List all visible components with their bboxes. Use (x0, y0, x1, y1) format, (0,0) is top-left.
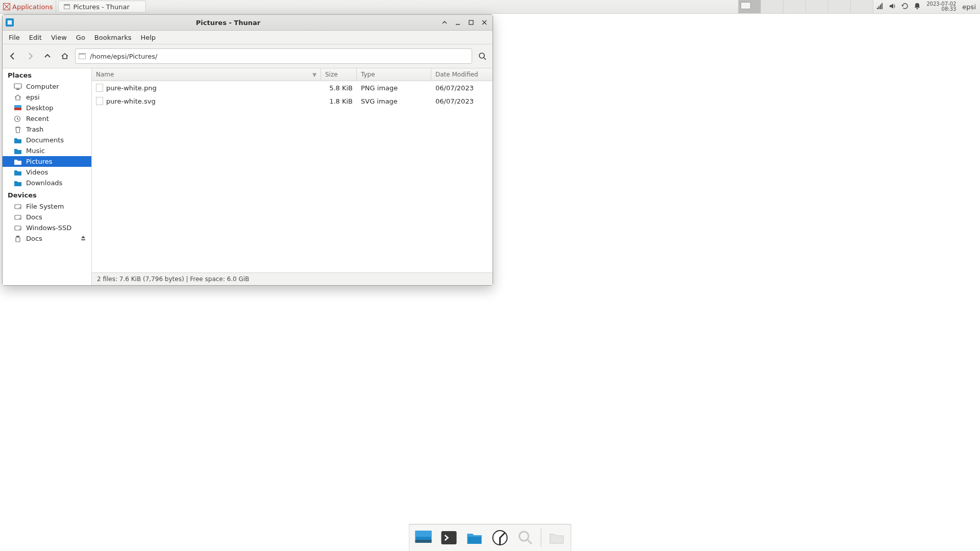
window-body: Places ComputerepsiDesktopRecentTrashDoc… (3, 68, 493, 285)
file-type: PNG image (357, 84, 431, 92)
panel-user[interactable]: epsi (958, 3, 980, 11)
home-button[interactable] (58, 49, 72, 63)
dock-open-folder[interactable] (546, 527, 568, 549)
folder-icon (14, 180, 22, 187)
window-close-button[interactable] (479, 18, 489, 27)
sidebar-item-recent[interactable]: Recent (3, 113, 91, 124)
folder-icon (79, 53, 86, 59)
svg-point-13 (19, 207, 20, 208)
sidebar-item-windows-ssd[interactable]: Windows-SSD (3, 222, 91, 233)
sidebar-item-label: Documents (26, 136, 64, 144)
sidebar-item-pictures[interactable]: Pictures (3, 156, 91, 167)
sidebar-item-file-system[interactable]: File System (3, 201, 91, 212)
location-input[interactable] (89, 52, 469, 61)
menu-view[interactable]: View (47, 32, 71, 43)
forward-button[interactable] (23, 49, 37, 63)
sidebar-heading-devices: Devices (3, 188, 91, 201)
svg-rect-19 (16, 237, 20, 242)
menu-edit[interactable]: Edit (25, 32, 46, 43)
file-icon (96, 97, 103, 105)
workspace-6[interactable] (850, 0, 873, 13)
applications-menu[interactable]: Applications (0, 0, 56, 13)
workspace-4[interactable] (805, 0, 828, 13)
eject-icon[interactable] (80, 235, 86, 242)
sidebar-item-label: Downloads (26, 179, 62, 187)
window-titlebar[interactable]: Pictures - Thunar (3, 15, 493, 31)
sidebar-item-docs[interactable]: Docs (3, 233, 91, 244)
recent-icon (14, 115, 22, 122)
file-name: pure-white.svg (106, 97, 156, 105)
home-icon (14, 94, 22, 101)
file-area: Name ▼ Size Type Date Modified pure-whit… (92, 68, 493, 285)
workspace-5[interactable] (828, 0, 850, 13)
workspace-1[interactable] (738, 0, 761, 13)
column-date[interactable]: Date Modified (431, 68, 493, 81)
folder-icon (14, 169, 22, 176)
notifications-icon[interactable] (913, 2, 921, 12)
location-bar[interactable] (75, 48, 472, 64)
svg-point-6 (479, 53, 484, 58)
window-title: Pictures - Thunar (17, 19, 439, 27)
desktop-icon (14, 105, 22, 112)
panel-right: 2023-07-02 08:33 epsi (738, 0, 980, 13)
up-button[interactable] (40, 49, 55, 63)
sidebar-item-music[interactable]: Music (3, 145, 91, 156)
workspace-3[interactable] (783, 0, 805, 13)
dock-terminal[interactable] (438, 527, 460, 549)
file-list[interactable]: pure-white.png5.8 KiBPNG image06/07/2023… (92, 81, 493, 272)
svg-rect-5 (469, 20, 473, 24)
update-icon[interactable] (901, 2, 909, 12)
sidebar-item-label: Docs (26, 213, 42, 221)
dock (409, 524, 572, 551)
trash-icon (14, 126, 22, 133)
file-icon (96, 84, 103, 92)
top-panel: Applications Pictures - Thunar 2023-07-0… (0, 0, 980, 14)
panel-clock[interactable]: 2023-07-02 08:33 (924, 2, 958, 12)
sidebar-item-docs[interactable]: Docs (3, 212, 91, 222)
search-button[interactable] (475, 49, 489, 63)
window-minimize-button[interactable] (453, 18, 463, 27)
column-name-label: Name (96, 71, 114, 78)
svg-point-25 (520, 532, 529, 541)
file-row[interactable]: pure-white.svg1.8 KiBSVG image06/07/2023 (92, 94, 493, 108)
sidebar-item-videos[interactable]: Videos (3, 167, 91, 178)
window-maximize-button[interactable] (466, 18, 476, 27)
sidebar-item-label: Desktop (26, 104, 54, 112)
drive-icon (14, 203, 22, 210)
sidebar-item-desktop[interactable]: Desktop (3, 103, 91, 113)
column-size[interactable]: Size (321, 68, 357, 81)
volume-icon[interactable] (889, 2, 897, 12)
drive-icon (14, 214, 22, 221)
back-button[interactable] (6, 49, 20, 63)
workspace-switcher[interactable] (738, 0, 873, 13)
dock-show-desktop[interactable] (412, 527, 435, 549)
status-bar: 2 files: 7.6 KiB (7,796 bytes) | Free sp… (92, 272, 493, 285)
file-row[interactable]: pure-white.png5.8 KiBPNG image06/07/2023 (92, 81, 493, 94)
menu-file[interactable]: File (5, 32, 24, 43)
file-date: 06/07/2023 (431, 97, 493, 105)
task-title: Pictures - Thunar (73, 3, 129, 11)
menubar: File Edit View Go Bookmarks Help (3, 31, 493, 44)
window-shade-button[interactable] (439, 18, 450, 27)
file-date: 06/07/2023 (431, 84, 493, 92)
svg-rect-1 (878, 6, 879, 9)
menu-bookmarks[interactable]: Bookmarks (90, 32, 136, 43)
taskbar-item-thunar[interactable]: Pictures - Thunar (58, 1, 146, 13)
sidebar-item-downloads[interactable]: Downloads (3, 178, 91, 188)
dock-browser[interactable] (489, 527, 511, 549)
column-name[interactable]: Name ▼ (92, 68, 321, 81)
sidebar-item-epsi[interactable]: epsi (3, 92, 91, 103)
toolbar (3, 44, 493, 68)
workspace-2[interactable] (761, 0, 783, 13)
sidebar-item-label: Music (26, 147, 45, 155)
network-icon[interactable] (876, 2, 885, 12)
sidebar-item-computer[interactable]: Computer (3, 81, 91, 92)
sidebar-item-trash[interactable]: Trash (3, 124, 91, 135)
menu-help[interactable]: Help (136, 32, 160, 43)
sidebar-heading-places: Places (3, 68, 91, 81)
menu-go[interactable]: Go (72, 32, 89, 43)
sidebar-item-documents[interactable]: Documents (3, 135, 91, 145)
column-type[interactable]: Type (357, 68, 431, 81)
dock-search[interactable] (514, 527, 537, 549)
dock-files[interactable] (463, 527, 486, 549)
